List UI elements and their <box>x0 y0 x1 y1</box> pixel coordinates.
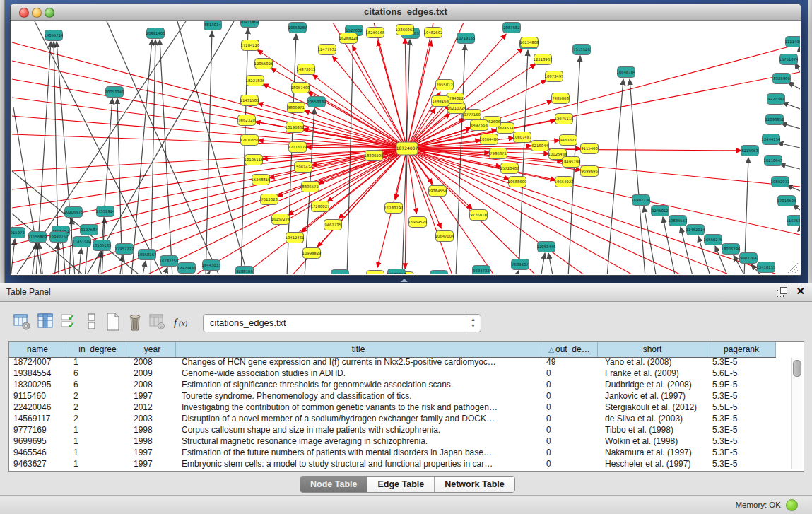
graph-node[interactable]: 10688609 <box>508 177 527 187</box>
table-settings-icon[interactable] <box>13 311 31 332</box>
graph-node[interactable]: 16907736 <box>632 195 652 206</box>
graph-node[interactable]: 11675335 <box>787 216 800 226</box>
graph-node[interactable]: 9806971 <box>288 103 305 113</box>
graph-node[interactable]: 16210643 <box>764 156 783 166</box>
function-builder-icon[interactable]: f (x) <box>172 311 193 332</box>
graph-node[interactable]: 9462735 <box>324 220 342 230</box>
graph-node[interactable]: 17359924 <box>96 206 116 217</box>
column-header-pagerank[interactable]: pagerank <box>707 342 776 357</box>
scrollbar-thumb[interactable] <box>793 360 801 377</box>
graph-node[interactable]: 7485063 <box>552 93 570 104</box>
graph-node[interactable]: 18227835 <box>246 76 265 86</box>
table-row[interactable]: 911546021997Tourette syndrome. Phenomeno… <box>9 391 776 402</box>
table-row[interactable]: 1456911722003Disruption of a novel membe… <box>9 414 776 425</box>
graph-node[interactable]: 1448168 <box>432 96 449 107</box>
graph-node[interactable]: 12923446 <box>177 263 197 274</box>
graph-node[interactable]: 11283797 <box>384 203 404 214</box>
row-height-icon[interactable] <box>83 311 101 332</box>
graph-node[interactable]: 10973493 <box>545 71 564 82</box>
graph-node[interactable]: 18300295 <box>365 151 384 161</box>
graph-node[interactable]: 9329966 <box>773 74 791 84</box>
graph-node[interactable]: 14872015 <box>297 64 316 75</box>
graph-node[interactable]: 15248815 <box>252 175 271 185</box>
graph-node[interactable]: 14055724 <box>45 30 64 41</box>
graph-node[interactable]: 18006296 <box>722 244 741 255</box>
graph-node[interactable]: 6497568 <box>471 120 488 131</box>
graph-node[interactable]: 18957490 <box>291 83 311 93</box>
graph-node[interactable]: 16288128 <box>339 33 359 44</box>
graph-node[interactable]: 16959523 <box>408 217 428 228</box>
network-canvas[interactable]: 14055724 20891406 8813014 20931869 10653… <box>11 21 800 274</box>
column-header-title[interactable]: title <box>176 342 541 357</box>
panel-collapse-arrow[interactable]: ▸ <box>1 236 4 243</box>
graph-node[interactable]: 15961424 <box>294 162 314 173</box>
new-table-icon[interactable] <box>104 311 122 332</box>
graph-node[interactable]: 7612023 <box>261 194 278 205</box>
graph-node[interactable]: 20053346 <box>105 87 125 98</box>
graph-node[interactable]: 12055025 <box>254 59 273 69</box>
table-row[interactable]: 977716911998Corpus callosum shape and si… <box>9 425 776 436</box>
graph-node[interactable]: 12586817 <box>366 271 385 275</box>
graph-node[interactable]: 12942757 <box>49 232 69 243</box>
graph-node[interactable]: 12053446 <box>537 242 557 252</box>
graph-node[interactable]: 13505135 <box>93 240 112 251</box>
graph-node[interactable]: 9227342 <box>767 94 785 105</box>
graph-node[interactable]: 10195115 <box>245 155 264 165</box>
graph-node[interactable]: 9694732 <box>473 266 490 275</box>
graph-node[interactable]: 17284220 <box>241 40 261 51</box>
graph-node[interactable]: 10719155 <box>457 33 476 44</box>
table-column-icon[interactable] <box>36 311 54 332</box>
graph-node[interactable]: 15720407 <box>500 163 519 174</box>
graph-node[interactable]: 20553389 <box>307 97 326 107</box>
table-row[interactable]: 1872400712008Changes of HCN gene express… <box>9 357 776 368</box>
graph-node[interactable]: 9902264 <box>740 253 758 264</box>
graph-node[interactable]: 9463627 <box>560 135 577 146</box>
graph-node[interactable]: 12366063 <box>396 25 415 35</box>
close-panel-icon[interactable]: ✕ <box>796 285 805 298</box>
graph-node[interactable]: 9115460 <box>581 144 599 154</box>
graph-node[interactable]: 11156869 <box>28 232 47 243</box>
float-panel-icon[interactable] <box>777 287 787 297</box>
graph-node[interactable]: 16210724 <box>447 103 467 114</box>
table-row[interactable]: 946554611997Estimation of the future num… <box>9 448 776 459</box>
graph-node[interactable]: 18443033 <box>202 260 221 271</box>
graph-node[interactable]: 18724007 <box>396 142 418 155</box>
graph-node[interactable]: 17558700 <box>331 270 351 275</box>
graph-node[interactable]: 10958167 <box>138 250 157 260</box>
table-row[interactable]: 946362711997Embryonic stem cells: a mode… <box>9 459 776 470</box>
graph-node[interactable]: 16782759 <box>160 256 179 267</box>
graph-node[interactable]: 17957222 <box>115 244 134 255</box>
graph-node[interactable]: 12116179 <box>288 142 307 153</box>
table-vertical-scrollbar[interactable] <box>791 358 802 469</box>
graph-node[interactable]: 18495798 <box>562 157 582 168</box>
tab-network-table[interactable]: Network Table <box>435 477 514 492</box>
graph-node[interactable]: 17016504 <box>777 196 797 206</box>
graph-node[interactable]: 16157278 <box>271 214 291 225</box>
graph-node[interactable]: 9777169 <box>464 110 481 120</box>
graph-node[interactable]: 10807487 <box>513 132 532 143</box>
column-header-name[interactable]: name <box>9 342 66 357</box>
delete-table-icon[interactable] <box>126 311 144 332</box>
graph-node[interactable]: 17280027 <box>311 201 330 212</box>
tab-node-table[interactable]: Node Table <box>300 477 367 492</box>
graph-node[interactable]: 12410155 <box>757 262 776 273</box>
graph-node[interactable]: 19482692 <box>424 28 443 38</box>
column-header-out_de[interactable]: △out_de… <box>541 342 598 357</box>
graph-node[interactable]: 11431505 <box>240 95 259 106</box>
select-rows-icon[interactable]: ✓✓ <box>59 311 78 332</box>
graph-node[interactable]: 10647004 <box>435 231 455 242</box>
window-titlebar[interactable]: citations_edges.txt <box>11 4 801 21</box>
graph-node[interactable]: 11114997 <box>785 37 800 47</box>
column-header-short[interactable]: short <box>598 342 707 357</box>
graph-node[interactable]: 9197587 <box>81 225 98 235</box>
tab-edge-table[interactable]: Edge Table <box>367 477 435 492</box>
panel-splitter-handle[interactable] <box>401 279 408 282</box>
graph-node[interactable]: 19892971 <box>771 177 790 187</box>
table-row[interactable]: 1830029562008Estimation of significance … <box>9 380 776 391</box>
graph-node[interactable]: 12610651 <box>240 135 259 146</box>
column-header-in_degree[interactable]: in_degree <box>66 342 129 357</box>
table-selector-dropdown[interactable]: citations_edges.txt ▲▼ <box>203 314 481 332</box>
graph-node[interactable]: 20364486 <box>480 134 500 145</box>
graph-node[interactable]: 15751074 <box>779 54 799 65</box>
graph-node[interactable]: 11451904 <box>73 237 93 247</box>
